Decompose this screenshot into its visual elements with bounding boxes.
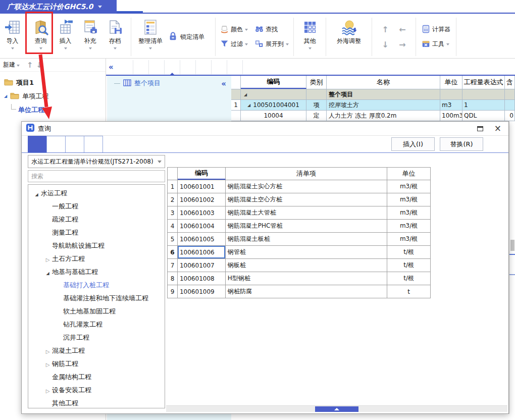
cell-code[interactable]: 100601004: [178, 220, 226, 232]
find-button[interactable]: 查找: [255, 25, 278, 35]
cell-item-name[interactable]: 钢管桩: [226, 246, 387, 258]
tree-expand-icon[interactable]: [32, 190, 41, 197]
cell-name[interactable]: 挖岸坡土方: [327, 100, 440, 110]
cell-quantity-expression[interactable]: QDL: [462, 111, 505, 121]
tree-expand-icon[interactable]: [43, 347, 52, 355]
tree-item[interactable]: 土石方工程: [28, 252, 165, 266]
insert-button[interactable]: 插入: [54, 17, 77, 58]
other-button[interactable]: 其他: [298, 17, 322, 58]
cell-unit[interactable]: t/根: [387, 259, 430, 272]
expand-to-button[interactable]: 展开到: [255, 39, 289, 49]
tree-item[interactable]: 疏浚工程: [28, 213, 165, 226]
table-row[interactable]: 1 100601001 钢筋混凝土实心方桩 m3/根: [167, 180, 431, 193]
insert-button[interactable]: 插入(I): [391, 137, 435, 151]
splitter-handle-icon[interactable]: [315, 406, 358, 412]
cell-item-name[interactable]: 钢筋混凝土大管桩: [226, 206, 387, 219]
column-header[interactable]: 含: [505, 76, 515, 89]
work-tab[interactable]: [165, 60, 180, 74]
work-tab[interactable]: [133, 60, 149, 74]
table-row[interactable]: 1 100501004001 项 挖岸坡土方 m3 1: [231, 100, 515, 111]
cell-unit[interactable]: t/根: [387, 272, 430, 285]
cell-unit[interactable]: t/根: [387, 246, 430, 258]
tree-item[interactable]: 导航助航设施工程: [28, 239, 165, 252]
archive-button[interactable]: 存档: [103, 17, 127, 58]
move-left-button[interactable]: ←: [399, 25, 405, 34]
dialog-tab[interactable]: [84, 136, 103, 152]
dialog-tab[interactable]: [65, 136, 84, 152]
lock-list-button[interactable]: 锁定清单: [168, 16, 204, 58]
tree-item-project[interactable]: 项目1: [0, 76, 106, 89]
tools-button[interactable]: 工具: [422, 39, 450, 49]
cell-name[interactable]: 人力土方 冻土 厚度0.2m: [327, 111, 440, 121]
tree-item[interactable]: 混凝土工程: [28, 344, 165, 357]
scrollbar-thumb[interactable]: [510, 240, 514, 251]
cell-item-name[interactable]: 钢筋混凝土板桩: [226, 233, 387, 245]
cell-code[interactable]: 100601005: [178, 233, 226, 245]
cell-code[interactable]: 100601008: [178, 272, 226, 285]
column-header[interactable]: 单位: [387, 168, 430, 180]
tree-expand-icon[interactable]: [43, 255, 52, 263]
splitter-bar[interactable]: [166, 405, 507, 412]
cell-unit[interactable]: m3/根: [387, 193, 430, 206]
table-row[interactable]: 整个项目: [231, 89, 515, 100]
tree-item[interactable]: 设备安装工程: [28, 384, 165, 397]
cell-unit[interactable]: 100m3: [440, 111, 462, 121]
tree-expand-icon[interactable]: [43, 269, 52, 276]
cell-code[interactable]: 100601001: [178, 180, 226, 193]
tree-item[interactable]: 水运工程: [28, 187, 165, 200]
query-button[interactable]: 查询: [29, 17, 53, 58]
tree-item[interactable]: 沉井工程: [28, 331, 165, 344]
cell-unit[interactable]: m3/根: [387, 233, 430, 245]
spec-select[interactable]: 水运工程工程量清单计价规范(JTS271-2008): [28, 155, 165, 168]
cell-extra[interactable]: [505, 100, 515, 110]
cell-type[interactable]: [306, 89, 327, 99]
dialog-tab[interactable]: [28, 136, 47, 152]
dialog-tab[interactable]: [46, 136, 66, 152]
column-header[interactable]: 名称: [327, 76, 440, 89]
table-row[interactable]: 10004 定 人力土方 冻土 厚度0.2m 100m3 QDL 0: [231, 111, 515, 121]
table-row[interactable]: 5 100601005 钢筋混凝土板桩 m3/根: [167, 233, 431, 246]
tree-item[interactable]: 测量工程: [28, 226, 165, 239]
cell-code[interactable]: 100601009: [178, 285, 226, 298]
tree-item-subproject[interactable]: ◢ 单项工程: [0, 89, 106, 103]
work-tab[interactable]: [149, 60, 165, 74]
cell-unit[interactable]: [440, 89, 462, 99]
tree-item[interactable]: 基础灌注桩和地下连续墙工程: [28, 292, 165, 305]
tree-item[interactable]: 其他工程: [28, 397, 165, 408]
tree-expand-icon[interactable]: [43, 360, 52, 368]
app-title-menu[interactable]: 广联达水工云计价GHC5.0: [0, 0, 117, 14]
close-icon[interactable]: ×: [494, 124, 501, 133]
cell-code[interactable]: 100601002: [178, 193, 226, 206]
column-header[interactable]: 清单项: [226, 168, 387, 180]
work-tab[interactable]: [227, 60, 243, 74]
cell-quantity-expression[interactable]: 1: [462, 100, 505, 110]
cell-code[interactable]: [241, 89, 306, 99]
column-header[interactable]: 单位: [440, 76, 462, 89]
table-row[interactable]: 8 100601008 H型钢桩 t/根: [167, 272, 431, 285]
import-button[interactable]: 导入: [1, 17, 24, 58]
collapse-panel-icon[interactable]: «: [109, 63, 114, 72]
cell-item-name[interactable]: 钢板桩: [226, 259, 387, 272]
table-row[interactable]: 6 100601006 钢管桩 t/根: [167, 246, 431, 259]
organize-list-button[interactable]: 整理清单: [135, 17, 166, 58]
work-tab[interactable]: [180, 60, 196, 74]
move-up-button[interactable]: ↑: [27, 61, 33, 70]
ribbon-tab[interactable]: [117, 0, 143, 13]
cell-item-name[interactable]: 钢筋混凝土PHC管桩: [226, 220, 387, 232]
cell-unit[interactable]: t: [387, 285, 430, 298]
column-header[interactable]: 工程量表达式: [462, 76, 505, 89]
cell-code[interactable]: 10004: [241, 111, 306, 121]
table-row[interactable]: 4 100601004 钢筋混凝土PHC管桩 m3/根: [167, 220, 431, 233]
cell-extra[interactable]: 0: [505, 111, 515, 121]
supplement-button[interactable]: 补充: [78, 17, 102, 58]
cell-name[interactable]: 整个项目: [327, 89, 440, 99]
tree-expand-icon[interactable]: [43, 387, 52, 394]
search-input[interactable]: 搜索: [28, 170, 165, 182]
tree-item[interactable]: 地基与基础工程: [28, 266, 165, 279]
cell-code[interactable]: 100601006: [178, 246, 226, 258]
tree-item-unit-project[interactable]: 单位工程: [0, 103, 106, 117]
tree-item[interactable]: 钻孔灌浆工程: [28, 318, 165, 331]
cell-unit[interactable]: m3: [440, 100, 462, 110]
move-up-button[interactable]: ↑: [382, 25, 388, 34]
table-row[interactable]: 9 100601009 钢桩防腐 t: [167, 285, 431, 298]
